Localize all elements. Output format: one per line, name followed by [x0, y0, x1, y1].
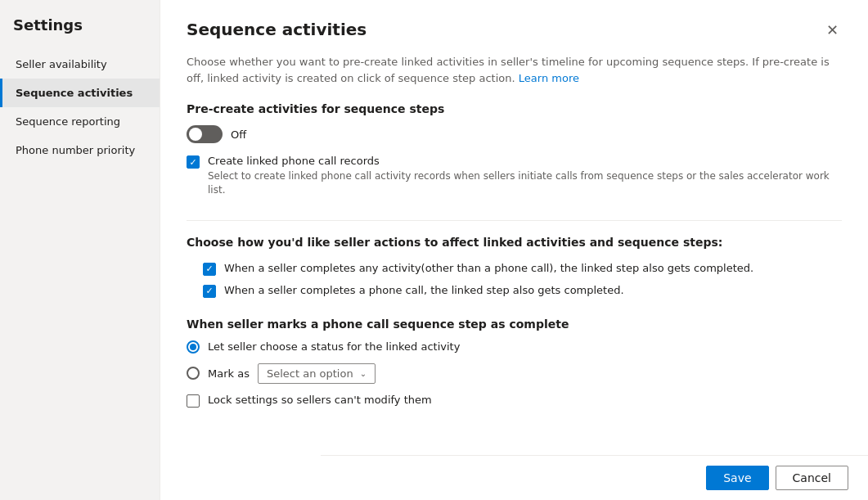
section-divider [187, 220, 842, 221]
lock-settings-label: Lock settings so sellers can't modify th… [208, 394, 432, 406]
main-header: Sequence activities ✕ [187, 20, 842, 41]
toggle-row: Off [187, 125, 842, 143]
indented-options: ✓ When a seller completes any activity(o… [187, 262, 842, 306]
checkbox-phone-call-records[interactable]: ✓ [187, 155, 200, 169]
footer: Save Cancel [321, 455, 868, 500]
sidebar-item-label: Sequence activities [16, 87, 133, 99]
sidebar-item-label: Phone number priority [16, 144, 135, 156]
sidebar-item-seller-availability[interactable]: Seller availability [0, 50, 160, 79]
radio-let-seller-label: Let seller choose a status for the linke… [208, 340, 460, 353]
pre-create-toggle[interactable] [187, 125, 223, 143]
radio-let-seller[interactable] [187, 340, 200, 354]
radio-mark-as-label: Mark as [208, 367, 250, 380]
sidebar-item-label: Sequence reporting [16, 115, 120, 128]
toggle-knob [189, 128, 202, 141]
checkbox-phone-call-records-content: Create linked phone call records Select … [208, 155, 842, 197]
checkbox-activity[interactable]: ✓ [203, 263, 216, 276]
checkbox-phone-call-records-subtext: Select to create linked phone call activ… [208, 169, 842, 197]
sidebar-item-sequence-activities[interactable]: Sequence activities [0, 79, 160, 107]
section-question: Choose how you'd like seller actions to … [187, 236, 842, 249]
cancel-button[interactable]: Cancel [776, 466, 848, 490]
description-text: Choose whether you want to pre-create li… [187, 56, 830, 84]
sidebar: Settings Seller availability Sequence ac… [0, 0, 160, 500]
mark-as-row: Mark as Select an option ⌄ [187, 363, 842, 384]
checkbox-lock-settings[interactable] [187, 394, 200, 408]
sidebar-item-phone-number-priority[interactable]: Phone number priority [0, 136, 160, 164]
sidebar-item-label: Seller availability [16, 58, 107, 70]
radio-dot [190, 344, 196, 350]
dropdown-placeholder: Select an option [267, 367, 353, 380]
checkmark-icon: ✓ [189, 158, 196, 167]
checkmark-icon: ✓ [205, 286, 213, 295]
checkbox-activity-row: ✓ When a seller completes any activity(o… [203, 262, 842, 276]
main-description: Choose whether you want to pre-create li… [187, 54, 842, 86]
chevron-down-icon: ⌄ [360, 369, 367, 378]
main-panel: Sequence activities ✕ Choose whether you… [160, 0, 868, 500]
checkbox-phone-call-records-row: ✓ Create linked phone call records Selec… [187, 155, 842, 197]
checkmark-icon: ✓ [205, 264, 213, 273]
pre-create-label: Pre-create activities for sequence steps [187, 102, 842, 115]
checkbox-phone-call[interactable]: ✓ [203, 285, 216, 298]
checkbox-phone-call-row: ✓ When a seller completes a phone call, … [203, 284, 842, 298]
mark-as-dropdown[interactable]: Select an option ⌄ [258, 363, 376, 384]
sidebar-title: Settings [0, 16, 160, 50]
save-button[interactable]: Save [706, 466, 768, 490]
checkbox-activity-label: When a seller completes any activity(oth… [224, 262, 753, 274]
lock-settings-row: Lock settings so sellers can't modify th… [187, 394, 842, 408]
checkbox-phone-call-label: When a seller completes a phone call, th… [224, 284, 624, 296]
sidebar-item-sequence-reporting[interactable]: Sequence reporting [0, 107, 160, 136]
radio-let-seller-row: Let seller choose a status for the linke… [187, 340, 842, 354]
close-button[interactable]: ✕ [823, 20, 842, 41]
toggle-state-label: Off [231, 128, 246, 141]
page-title: Sequence activities [187, 20, 367, 39]
learn-more-link[interactable]: Learn more [519, 72, 579, 84]
checkbox-phone-call-records-label: Create linked phone call records [208, 155, 842, 167]
phone-call-section-label: When seller marks a phone call sequence … [187, 318, 842, 331]
radio-mark-as[interactable] [187, 367, 200, 380]
